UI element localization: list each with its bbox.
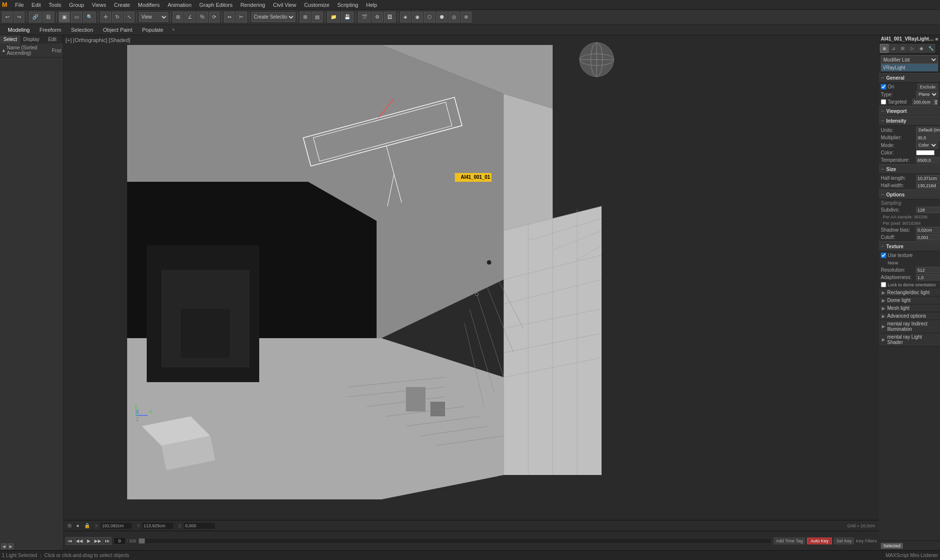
mental-ray-indirect-rollout[interactable]: ▶ mental ray Indirect Illumination bbox=[879, 320, 940, 333]
dome-light-rollout[interactable]: ▶ Dome light bbox=[879, 297, 940, 304]
mode-options[interactable]: ▾ bbox=[172, 27, 175, 32]
render-setup-button[interactable]: ⚙ bbox=[372, 12, 383, 22]
on-checkbox[interactable] bbox=[881, 84, 886, 89]
tool2-button[interactable]: ◉ bbox=[412, 12, 423, 22]
scene-explorer-button[interactable]: ⊞ bbox=[300, 12, 311, 22]
menu-modifiers[interactable]: Modifiers bbox=[134, 1, 164, 9]
general-section-header[interactable]: − General bbox=[879, 73, 940, 83]
set-key-button[interactable]: Set Key bbox=[834, 538, 854, 544]
mode-select[interactable]: Color bbox=[916, 142, 938, 149]
vraylight-modifier[interactable]: VRayLight bbox=[881, 64, 938, 71]
targeted-value[interactable] bbox=[912, 99, 934, 105]
render-frame-button[interactable]: 🖼 bbox=[384, 12, 396, 22]
left-tab-select[interactable]: Select bbox=[0, 35, 21, 43]
select-obj-button[interactable]: ▣ bbox=[59, 12, 70, 22]
intensity-section-header[interactable]: − Intensity bbox=[879, 116, 940, 126]
viewport-section-header[interactable]: − Viewport bbox=[879, 106, 940, 116]
menu-scripting[interactable]: Scripting bbox=[334, 1, 362, 9]
tool1-button[interactable]: ◈ bbox=[400, 12, 411, 22]
next-key-button[interactable]: ▶▶ bbox=[93, 537, 102, 545]
align-button[interactable]: ⊢ bbox=[236, 12, 247, 22]
temperature-input[interactable] bbox=[916, 157, 940, 163]
add-time-tag-button[interactable]: Add Time Tag bbox=[774, 538, 806, 544]
angle-snap-button[interactable]: ∠ bbox=[184, 12, 196, 22]
menu-edit[interactable]: Edit bbox=[28, 1, 45, 9]
size-section-header[interactable]: − Size bbox=[879, 164, 940, 174]
tool3-button[interactable]: ⬡ bbox=[424, 12, 435, 22]
redo-button[interactable]: ↪ bbox=[14, 12, 24, 22]
menu-views[interactable]: Views bbox=[88, 1, 110, 9]
color-swatch[interactable] bbox=[916, 150, 935, 155]
subdivs-input[interactable] bbox=[916, 207, 940, 213]
menu-rendering[interactable]: Rendering bbox=[236, 1, 269, 9]
next-frame-button[interactable]: ⏭ bbox=[103, 537, 112, 545]
scale-button[interactable]: ⤡ bbox=[124, 12, 134, 22]
menu-civil-view[interactable]: Civil View bbox=[269, 1, 300, 9]
use-texture-checkbox[interactable] bbox=[881, 253, 886, 258]
menu-file[interactable]: File bbox=[11, 1, 28, 9]
icon-utilities[interactable]: 🔧 bbox=[926, 44, 935, 53]
half-length-input[interactable] bbox=[916, 175, 940, 181]
lock-dome-checkbox[interactable] bbox=[881, 282, 886, 287]
mode-modeling[interactable]: Modeling bbox=[3, 26, 35, 34]
view-select[interactable]: View bbox=[139, 12, 168, 22]
render-button[interactable]: 🎬 bbox=[358, 12, 371, 22]
mode-populate[interactable]: Populate bbox=[137, 26, 168, 34]
menu-animation[interactable]: Animation bbox=[164, 1, 196, 9]
rotate-button[interactable]: ↻ bbox=[112, 12, 123, 22]
prev-key-button[interactable]: ◀◀ bbox=[75, 537, 84, 545]
scene-svg[interactable]: AI41_001_01 bbox=[64, 35, 879, 550]
prev-frame-button[interactable]: ⏮ bbox=[66, 537, 74, 545]
create-selection-select[interactable]: Create Selection bbox=[251, 12, 295, 22]
timeline-scrubber[interactable] bbox=[138, 538, 772, 544]
select-region-button[interactable]: ▭ bbox=[71, 12, 82, 22]
scroll-right[interactable]: ▶ bbox=[8, 543, 14, 549]
unlink-button[interactable]: ⛓ bbox=[43, 12, 54, 22]
mode-freeform[interactable]: Freeform bbox=[35, 26, 67, 34]
options-section-header[interactable]: − Options bbox=[879, 190, 940, 199]
targeted-spin-down[interactable]: ▼ bbox=[934, 102, 938, 105]
mode-selection[interactable]: Selection bbox=[66, 26, 98, 34]
undo-button[interactable]: ↩ bbox=[2, 12, 13, 22]
layer-button[interactable]: ▤ bbox=[312, 12, 323, 22]
select-by-name-button[interactable]: 🔍 bbox=[83, 12, 96, 22]
left-tab-edit[interactable]: Edit bbox=[42, 35, 63, 43]
menu-group[interactable]: Group bbox=[65, 1, 88, 9]
viewport-area[interactable]: [+] [Orthographic] [Shaded] bbox=[64, 35, 879, 550]
move-button[interactable]: ✛ bbox=[100, 12, 111, 22]
cutoff-input[interactable] bbox=[916, 234, 940, 240]
icon-motion[interactable]: ▷ bbox=[908, 44, 917, 53]
adaptiveness-input[interactable] bbox=[916, 274, 940, 280]
spinner-snap-button[interactable]: ⟳ bbox=[209, 12, 220, 22]
advanced-options-rollout[interactable]: ▶ Advanced options bbox=[879, 312, 940, 320]
rectangle-disc-rollout[interactable]: ▶ Rectangle/disc light bbox=[879, 289, 940, 297]
link-button[interactable]: 🔗 bbox=[29, 12, 42, 22]
mirror-button[interactable]: ⇔ bbox=[224, 12, 235, 22]
tool4-button[interactable]: ⬢ bbox=[436, 12, 448, 22]
play-button[interactable]: ▶ bbox=[84, 537, 93, 545]
mode-object-paint[interactable]: Object Paint bbox=[98, 26, 137, 34]
tool6-button[interactable]: ⊛ bbox=[461, 12, 471, 22]
mesh-light-rollout[interactable]: ▶ Mesh light bbox=[879, 304, 940, 312]
icon-display[interactable]: ◉ bbox=[917, 44, 926, 53]
menu-create[interactable]: Create bbox=[110, 1, 134, 9]
menu-customize[interactable]: Customize bbox=[300, 1, 334, 9]
scroll-left[interactable]: ◀ bbox=[1, 543, 7, 549]
open-button[interactable]: 📁 bbox=[327, 12, 340, 22]
icon-geometry[interactable]: ▣ bbox=[880, 44, 889, 53]
current-frame-input[interactable] bbox=[113, 538, 126, 544]
snap-button[interactable]: ⊞ bbox=[173, 12, 183, 22]
targeted-checkbox[interactable] bbox=[881, 99, 886, 105]
type-select[interactable]: Plane bbox=[916, 91, 939, 98]
modifier-dropdown[interactable]: Modifier List bbox=[881, 55, 938, 64]
menu-tools[interactable]: Tools bbox=[45, 1, 66, 9]
tool5-button[interactable]: ◎ bbox=[448, 12, 460, 22]
exclude-button[interactable]: Exclude bbox=[918, 84, 938, 90]
units-select[interactable]: Default (image) bbox=[916, 127, 940, 133]
menu-graph-editors[interactable]: Graph Editors bbox=[196, 1, 237, 9]
percent-snap-button[interactable]: % bbox=[197, 12, 208, 22]
left-tab-display[interactable]: Display bbox=[21, 35, 42, 43]
resolution-input[interactable] bbox=[916, 267, 940, 273]
panel-close[interactable]: ■ bbox=[935, 36, 938, 42]
auto-key-button[interactable]: Auto Key bbox=[807, 538, 832, 544]
